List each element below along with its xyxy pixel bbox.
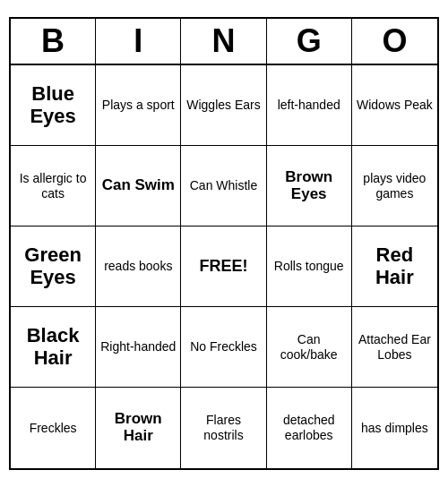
bingo-cell-9: plays video games bbox=[352, 146, 437, 226]
bingo-cell-7: Can Whistle bbox=[181, 146, 266, 226]
header-o: O bbox=[352, 19, 437, 64]
bingo-cell-2: Wiggles Ears bbox=[181, 65, 266, 146]
bingo-cell-21: Brown Hair bbox=[96, 388, 181, 468]
bingo-cell-19: Attached Ear Lobes bbox=[352, 307, 437, 388]
bingo-cell-23: detached earlobes bbox=[267, 388, 352, 468]
bingo-cell-0: Blue Eyes bbox=[11, 65, 96, 146]
bingo-cell-15: Black Hair bbox=[11, 307, 96, 388]
bingo-cell-13: Rolls tongue bbox=[267, 226, 352, 307]
header-i: I bbox=[96, 19, 181, 64]
bingo-grid: Blue EyesPlays a sportWiggles Earsleft-h… bbox=[11, 65, 437, 468]
bingo-cell-22: Flares nostrils bbox=[181, 388, 266, 468]
bingo-cell-6: Can Swim bbox=[96, 146, 181, 226]
header-n: N bbox=[181, 19, 266, 64]
bingo-cell-16: Right-handed bbox=[96, 307, 181, 388]
bingo-card: B I N G O Blue EyesPlays a sportWiggles … bbox=[9, 17, 439, 470]
bingo-cell-17: No Freckles bbox=[181, 307, 266, 388]
bingo-cell-4: Widows Peak bbox=[352, 65, 437, 146]
bingo-cell-11: reads books bbox=[96, 226, 181, 307]
bingo-cell-8: Brown Eyes bbox=[267, 146, 352, 226]
bingo-cell-5: Is allergic to cats bbox=[11, 146, 96, 226]
bingo-cell-18: Can cook/bake bbox=[267, 307, 352, 388]
bingo-cell-14: Red Hair bbox=[352, 226, 437, 307]
bingo-header: B I N G O bbox=[11, 19, 437, 65]
header-b: B bbox=[11, 19, 96, 64]
bingo-cell-12: FREE! bbox=[181, 226, 266, 307]
bingo-cell-20: Freckles bbox=[11, 388, 96, 468]
bingo-cell-3: left-handed bbox=[267, 65, 352, 146]
header-g: G bbox=[267, 19, 352, 64]
bingo-cell-24: has dimples bbox=[352, 388, 437, 468]
bingo-cell-1: Plays a sport bbox=[96, 65, 181, 146]
bingo-cell-10: Green Eyes bbox=[11, 226, 96, 307]
